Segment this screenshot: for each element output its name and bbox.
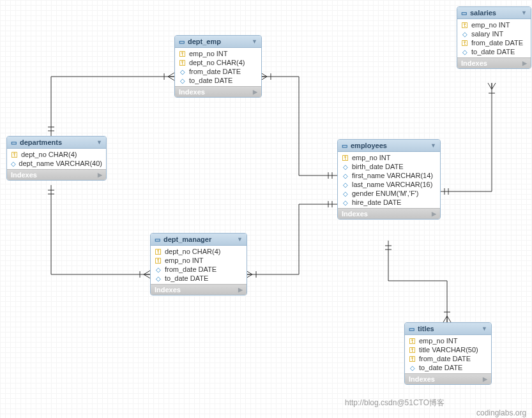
key-icon: ⚿: [461, 40, 469, 47]
column-text: emp_no INT: [419, 337, 458, 345]
table-header[interactable]: ▭dept_manager▼: [151, 234, 247, 246]
key-icon: ⚿: [461, 22, 469, 29]
column-text: hire_date DATE: [352, 198, 401, 206]
indexes-label: Indexes: [11, 171, 37, 179]
column-row[interactable]: ◇gender ENUM('M','F'): [338, 189, 440, 198]
svg-line-12: [144, 274, 150, 278]
indexes-section[interactable]: Indexes▶: [457, 57, 531, 68]
svg-line-47: [443, 316, 447, 322]
indexes-label: Indexes: [155, 286, 181, 294]
diamond-icon: ◇: [179, 77, 186, 84]
table-header[interactable]: ▭salaries▼: [457, 7, 531, 19]
key-icon: ⚿: [155, 257, 162, 264]
column-text: to_date DATE: [165, 274, 208, 282]
table-title: dept_manager: [163, 235, 211, 243]
column-row[interactable]: ⚿title VARCHAR(50): [405, 345, 491, 354]
table-employees[interactable]: ▭employees▼⚿emp_no INT◇birth_date DATE◇f…: [337, 139, 441, 220]
columns-list: ⚿emp_no INT◇salary INT⚿from_date DATE◇to…: [457, 19, 531, 57]
expand-icon[interactable]: ▶: [483, 376, 487, 382]
column-text: emp_no INT: [165, 257, 204, 264]
column-text: from_date DATE: [419, 355, 471, 362]
column-row[interactable]: ⚿emp_no INT: [405, 336, 491, 345]
table-title: departments: [20, 138, 62, 146]
key-icon: ⚿: [409, 338, 416, 345]
indexes-label: Indexes: [179, 88, 205, 96]
diamond-icon: ◇: [342, 199, 349, 206]
column-row[interactable]: ⚿from_date DATE: [405, 354, 491, 363]
column-row[interactable]: ⚿emp_no INT: [175, 49, 261, 58]
column-text: emp_no INT: [352, 154, 391, 161]
watermark-site: codinglabs.org: [476, 408, 526, 417]
indexes-section[interactable]: Indexes▶: [7, 169, 106, 180]
column-text: birth_date DATE: [352, 163, 404, 170]
expand-icon[interactable]: ▶: [522, 60, 527, 66]
diamond-icon: ◇: [461, 31, 469, 38]
collapse-icon[interactable]: ▼: [237, 236, 243, 243]
column-row[interactable]: ◇to_date DATE: [175, 76, 261, 85]
column-row[interactable]: ⚿emp_no INT: [338, 153, 440, 162]
svg-line-13: [144, 271, 150, 274]
svg-line-38: [492, 83, 496, 89]
column-row[interactable]: ◇to_date DATE: [151, 274, 247, 283]
indexes-label: Indexes: [409, 375, 435, 383]
column-row[interactable]: ⚿dept_no CHAR(4): [7, 150, 106, 159]
expand-icon[interactable]: ▶: [98, 172, 102, 178]
column-row[interactable]: ◇first_name VARCHAR(14): [338, 171, 440, 180]
table-header[interactable]: ▭titles▼: [405, 323, 491, 335]
indexes-label: Indexes: [461, 59, 487, 67]
column-row[interactable]: ◇dept_name VARCHAR(40): [7, 159, 106, 168]
indexes-label: Indexes: [342, 210, 368, 218]
expand-icon[interactable]: ▶: [253, 89, 257, 95]
indexes-section[interactable]: Indexes▶: [405, 373, 491, 384]
column-row[interactable]: ◇to_date DATE: [405, 363, 491, 372]
column-row[interactable]: ⚿emp_no INT: [457, 20, 531, 29]
collapse-icon[interactable]: ▼: [521, 10, 527, 16]
expand-icon[interactable]: ▶: [432, 211, 436, 217]
column-row[interactable]: ◇birth_date DATE: [338, 162, 440, 171]
table-title: titles: [418, 325, 434, 332]
table-salaries[interactable]: ▭salaries▼⚿emp_no INT◇salary INT⚿from_da…: [457, 6, 531, 69]
columns-list: ⚿emp_no INT◇birth_date DATE◇first_name V…: [338, 152, 440, 208]
column-row[interactable]: ◇salary INT: [457, 29, 531, 38]
table-dept_emp[interactable]: ▭dept_emp▼⚿emp_no INT⚿dept_no CHAR(4)◇fr…: [174, 35, 262, 98]
indexes-section[interactable]: Indexes▶: [338, 208, 440, 219]
table-titles[interactable]: ▭titles▼⚿emp_no INT⚿title VARCHAR(50)⚿fr…: [404, 322, 492, 385]
table-header[interactable]: ▭employees▼: [338, 140, 440, 152]
table-header[interactable]: ▭dept_emp▼: [175, 36, 261, 48]
key-icon: ⚿: [155, 248, 162, 255]
column-row[interactable]: ⚿dept_no CHAR(4): [175, 58, 261, 67]
column-row[interactable]: ◇hire_date DATE: [338, 198, 440, 207]
columns-list: ⚿emp_no INT⚿dept_no CHAR(4)◇from_date DA…: [175, 48, 261, 86]
column-row[interactable]: ⚿emp_no INT: [151, 256, 247, 265]
expand-icon[interactable]: ▶: [238, 287, 243, 293]
table-header[interactable]: ▭departments▼: [7, 137, 106, 149]
collapse-icon[interactable]: ▼: [482, 325, 487, 332]
column-text: to_date DATE: [419, 364, 462, 371]
column-row[interactable]: ◇from_date DATE: [175, 67, 261, 76]
column-row[interactable]: ◇to_date DATE: [457, 47, 531, 56]
column-row[interactable]: ◇from_date DATE: [151, 265, 247, 274]
table-title: salaries: [470, 9, 496, 17]
diamond-icon: ◇: [155, 266, 162, 273]
diamond-icon: ◇: [461, 49, 469, 56]
table-icon: ▭: [178, 38, 185, 45]
columns-list: ⚿dept_no CHAR(4)⚿emp_no INT◇from_date DA…: [151, 246, 247, 284]
column-text: emp_no INT: [471, 21, 510, 29]
collapse-icon[interactable]: ▼: [430, 142, 436, 149]
column-text: emp_no INT: [189, 50, 228, 57]
column-text: gender ENUM('M','F'): [352, 190, 418, 197]
column-row[interactable]: ◇last_name VARCHAR(16): [338, 180, 440, 189]
column-text: title VARCHAR(50): [419, 346, 478, 354]
column-row[interactable]: ⚿from_date DATE: [457, 38, 531, 47]
table-dept_manager[interactable]: ▭dept_manager▼⚿dept_no CHAR(4)⚿emp_no IN…: [150, 233, 247, 295]
diamond-icon: ◇: [342, 172, 349, 179]
indexes-section[interactable]: Indexes▶: [151, 284, 247, 295]
column-row[interactable]: ⚿dept_no CHAR(4): [151, 247, 247, 256]
indexes-section[interactable]: Indexes▶: [175, 86, 261, 97]
key-icon: ⚿: [11, 151, 19, 158]
collapse-icon[interactable]: ▼: [96, 139, 102, 146]
column-text: from_date DATE: [165, 265, 217, 273]
table-departments[interactable]: ▭departments▼⚿dept_no CHAR(4)◇dept_name …: [6, 136, 107, 181]
column-text: to_date DATE: [471, 48, 515, 56]
collapse-icon[interactable]: ▼: [252, 38, 257, 45]
